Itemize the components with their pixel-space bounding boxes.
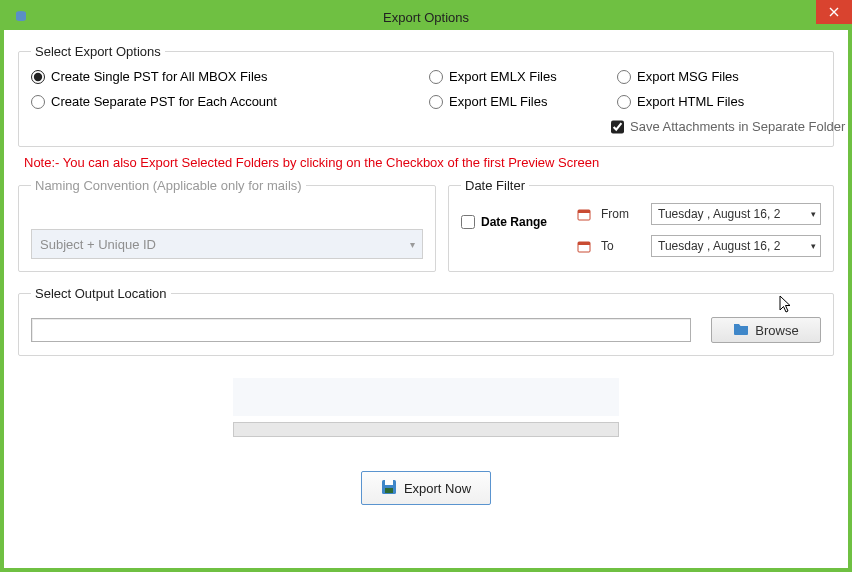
calendar-icon — [575, 239, 593, 253]
export-now-button[interactable]: Export Now — [361, 471, 491, 505]
radio-html-label: Export HTML Files — [637, 94, 744, 109]
from-date-picker[interactable]: Tuesday , August 16, 2 ▾ — [651, 203, 821, 225]
date-filter-group: Date Filter Date Range From — [448, 178, 834, 272]
output-location-legend: Select Output Location — [31, 286, 171, 301]
radio-emlx-input[interactable] — [429, 70, 443, 84]
naming-combo — [31, 229, 423, 259]
export-now-button-label: Export Now — [404, 481, 471, 496]
titlebar: Export Options — [4, 4, 848, 30]
svg-rect-4 — [578, 242, 590, 245]
chevron-down-icon: ▾ — [811, 241, 816, 251]
radio-separate-pst-input[interactable] — [31, 95, 45, 109]
naming-convention-legend: Naming Convention (Applicable only for m… — [31, 178, 306, 193]
radio-msg-label: Export MSG Files — [637, 69, 739, 84]
calendar-icon — [575, 207, 593, 221]
radio-emlx[interactable]: Export EMLX Files — [429, 69, 609, 84]
radio-msg[interactable]: Export MSG Files — [617, 69, 817, 84]
client-area: Select Export Options Create Single PST … — [4, 30, 848, 568]
from-label: From — [601, 207, 643, 221]
disk-icon — [381, 479, 397, 498]
radio-eml-label: Export EML Files — [449, 94, 548, 109]
radio-emlx-label: Export EMLX Files — [449, 69, 557, 84]
naming-convention-group: Naming Convention (Applicable only for m… — [18, 178, 436, 272]
app-icon — [12, 8, 30, 26]
close-icon — [829, 7, 839, 17]
radio-separate-pst-label: Create Separate PST for Each Account — [51, 94, 277, 109]
export-options-window: Export Options Select Export Options Cre… — [0, 0, 852, 572]
radio-single-pst[interactable]: Create Single PST for All MBOX Files — [31, 69, 421, 84]
export-options-group: Select Export Options Create Single PST … — [18, 44, 834, 147]
note-text: Note:- You can also Export Selected Fold… — [24, 155, 834, 170]
date-lines: From Tuesday , August 16, 2 ▾ To — [575, 203, 821, 257]
radio-html[interactable]: Export HTML Files — [617, 94, 817, 109]
checkbox-save-attachments[interactable]: Save Attachments in Separate Folder — [611, 119, 817, 134]
radio-msg-input[interactable] — [617, 70, 631, 84]
radio-eml-input[interactable] — [429, 95, 443, 109]
from-date-value: Tuesday , August 16, 2 — [658, 207, 780, 221]
export-options-grid: Create Single PST for All MBOX Files Exp… — [31, 69, 821, 134]
to-date-value: Tuesday , August 16, 2 — [658, 239, 780, 253]
close-button[interactable] — [816, 0, 852, 24]
radio-single-pst-label: Create Single PST for All MBOX Files — [51, 69, 268, 84]
radio-eml[interactable]: Export EML Files — [429, 94, 609, 109]
radio-separate-pst[interactable]: Create Separate PST for Each Account — [31, 94, 421, 109]
output-path-input[interactable] — [31, 318, 691, 342]
export-options-legend: Select Export Options — [31, 44, 165, 59]
checkbox-date-range[interactable]: Date Range — [461, 215, 547, 229]
to-label: To — [601, 239, 643, 253]
checkbox-date-range-label: Date Range — [481, 215, 547, 229]
folder-icon — [733, 322, 749, 338]
checkbox-save-attachments-label: Save Attachments in Separate Folder — [630, 119, 845, 134]
date-filter-legend: Date Filter — [461, 178, 529, 193]
svg-rect-7 — [385, 488, 393, 493]
browse-button-label: Browse — [755, 323, 798, 338]
chevron-down-icon: ▾ — [811, 209, 816, 219]
date-filter-body: Date Range From Tuesday , August 16, 2 — [461, 203, 821, 257]
radio-html-input[interactable] — [617, 95, 631, 109]
radio-single-pst-input[interactable] — [31, 70, 45, 84]
output-location-group: Select Output Location Browse — [18, 286, 834, 356]
to-date-picker[interactable]: Tuesday , August 16, 2 ▾ — [651, 235, 821, 257]
svg-rect-2 — [578, 210, 590, 213]
window-title: Export Options — [4, 10, 848, 25]
progress-bar — [233, 422, 619, 437]
naming-combo-wrap: ▾ — [31, 229, 423, 259]
output-row: Browse — [31, 317, 821, 343]
browse-button[interactable]: Browse — [711, 317, 821, 343]
status-text-box — [233, 378, 619, 416]
svg-rect-6 — [385, 480, 393, 485]
middle-row: Naming Convention (Applicable only for m… — [18, 178, 834, 280]
progress-area — [18, 378, 834, 437]
checkbox-date-range-input[interactable] — [461, 215, 475, 229]
checkbox-save-attachments-input[interactable] — [611, 120, 624, 134]
